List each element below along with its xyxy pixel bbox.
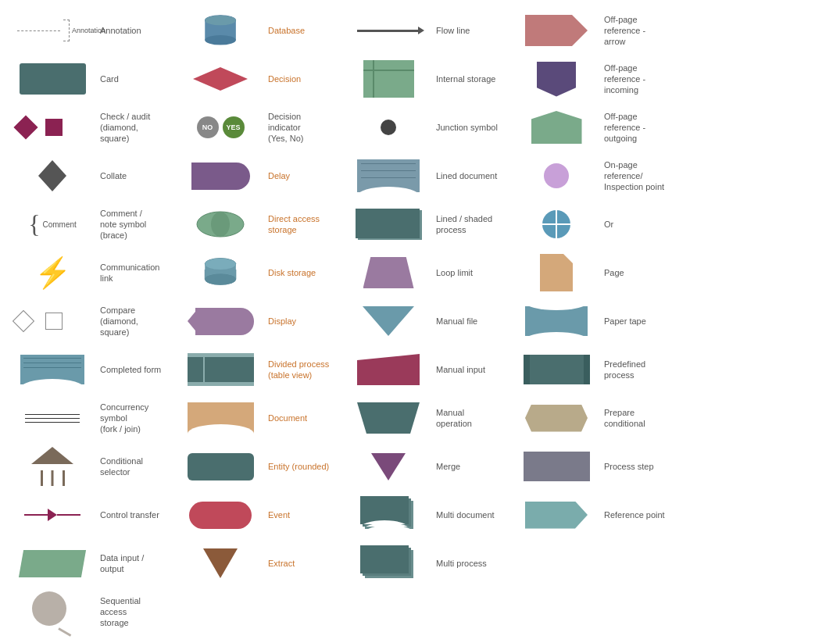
merge-item: Merge <box>339 442 507 491</box>
document-shape <box>188 402 254 434</box>
direct-access-shape <box>193 208 248 241</box>
lined-doc-item: Lined document <box>339 152 507 200</box>
completed-form-shape <box>20 355 84 384</box>
or-shape <box>542 210 570 238</box>
page-shape <box>540 254 573 291</box>
offpage-outgoing-shape <box>531 111 582 144</box>
extract-item: Extract <box>171 539 339 588</box>
delay-item: Delay <box>171 152 339 200</box>
card-item: Card <box>3 55 171 103</box>
junction-item: Junction symbol <box>339 103 507 152</box>
merge-shape <box>371 453 406 480</box>
completed-form-item: Completed form <box>3 345 171 394</box>
cond-selector-item: Conditional selector <box>3 442 171 491</box>
junction-shape <box>381 120 396 135</box>
divided-process-shape <box>188 353 254 386</box>
multi-process-item: Multi process <box>339 539 507 588</box>
multi-doc-item: Multi document <box>339 491 507 539</box>
loop-limit-item: Loop limit <box>339 248 507 297</box>
comm-link-item: ⚡ Communication link <box>3 248 171 297</box>
check-diamond-shape <box>13 115 38 139</box>
process-step-shape <box>524 452 590 481</box>
display-shape <box>188 308 254 335</box>
disk-storage-item: Disk storage <box>171 248 339 297</box>
database-shape <box>199 13 242 48</box>
comment-shape: { Comment <box>28 212 77 237</box>
collate-item: Collate <box>3 152 171 200</box>
decision-shape <box>193 67 248 91</box>
data-io-shape <box>19 550 86 577</box>
decision-indicator-item: NO YES Decision indicator(Yes, No) <box>171 103 339 152</box>
check-square-shape <box>45 119 63 136</box>
svg-point-9 <box>205 258 236 269</box>
predefined-item: Predefined process <box>507 345 675 394</box>
ref-point-shape <box>525 502 588 529</box>
loop-limit-shape <box>363 257 414 288</box>
entity-rounded-item: Entity (rounded) <box>171 442 339 491</box>
annotation-shape: Annotation <box>9 11 95 50</box>
offpage-arrow-item: Off-page reference -arrow <box>507 6 675 55</box>
database-item: Database <box>171 6 339 55</box>
manual-op-shape <box>357 402 420 434</box>
comm-link-shape: ⚡ <box>34 258 71 288</box>
prepare-cond-shape <box>525 405 588 432</box>
check-audit-item: Check / audit(diamond, square) <box>3 103 171 152</box>
cond-selector-shape <box>31 447 74 486</box>
disk-storage-shape <box>199 255 242 291</box>
flow-line-shape <box>357 30 420 32</box>
comment-item: { Comment Comment /note symbol (brace) <box>3 200 171 248</box>
document-item: Document <box>171 394 339 442</box>
decision-indicator-shape: NO YES <box>197 116 245 138</box>
onpage-ref-item: On-page reference/Inspection point <box>507 152 675 200</box>
control-transfer-shape <box>24 509 80 521</box>
concurrency-item: Concurrency symbol(fork / join) <box>3 394 171 442</box>
svg-point-10 <box>205 273 236 284</box>
paper-tape-shape <box>525 306 588 336</box>
svg-point-2 <box>205 34 236 45</box>
manual-op-item: Manual operation <box>339 394 507 442</box>
divided-process-item: Divided process(table view) <box>171 345 339 394</box>
entity-rounded-shape <box>188 453 254 480</box>
data-io-item: Data input / output <box>3 539 171 588</box>
concurrency-shape <box>25 414 80 423</box>
flow-line-item: Flow line <box>339 6 507 55</box>
offpage-outgoing-item: Off-page reference -outgoing <box>507 103 675 152</box>
event-item: Event <box>171 491 339 539</box>
manual-file-item: Manual file <box>339 297 507 345</box>
svg-point-5 <box>211 212 230 237</box>
collate-shape <box>38 160 66 191</box>
manual-input-shape <box>357 354 420 385</box>
seq-access-item: Sequential accessstorage <box>3 588 171 636</box>
card-shape <box>20 63 86 95</box>
internal-storage-shape <box>363 60 414 98</box>
manual-input-item: Manual input <box>339 345 507 394</box>
compare-diamond-shape <box>13 310 34 332</box>
annotation-item: Annotation Annotation <box>3 6 171 55</box>
compare-item: Compare(diamond, square) <box>3 297 171 345</box>
offpage-incoming-item: Off-page reference -incoming <box>507 55 675 103</box>
svg-point-3 <box>205 15 236 25</box>
decision-item: Decision <box>171 55 339 103</box>
offpage-incoming-shape <box>537 62 576 97</box>
ref-point-item: Reference point <box>507 491 675 539</box>
manual-file-shape <box>363 306 414 336</box>
compare-square-shape <box>45 313 63 330</box>
extract-shape <box>203 548 238 578</box>
offpage-arrow-shape <box>525 15 588 46</box>
or-item: Or <box>507 200 675 248</box>
lined-doc-shape <box>357 159 420 192</box>
paper-tape-item: Paper tape <box>507 297 675 345</box>
process-step-item: Process step <box>507 442 675 491</box>
sort-item: Sort <box>3 636 171 643</box>
predefined-shape <box>524 355 590 384</box>
lined-shaded-shape <box>356 209 422 240</box>
multi-doc-shape <box>360 496 416 534</box>
control-transfer-item: Control transfer <box>3 491 171 539</box>
onpage-ref-shape <box>544 163 569 188</box>
multi-process-shape <box>360 545 416 581</box>
seq-access-shape <box>32 591 73 632</box>
direct-access-item: Direct access storage <box>171 200 339 248</box>
display-item: Display <box>171 297 339 345</box>
event-shape <box>189 502 252 529</box>
internal-storage-item: Internal storage <box>339 55 507 103</box>
